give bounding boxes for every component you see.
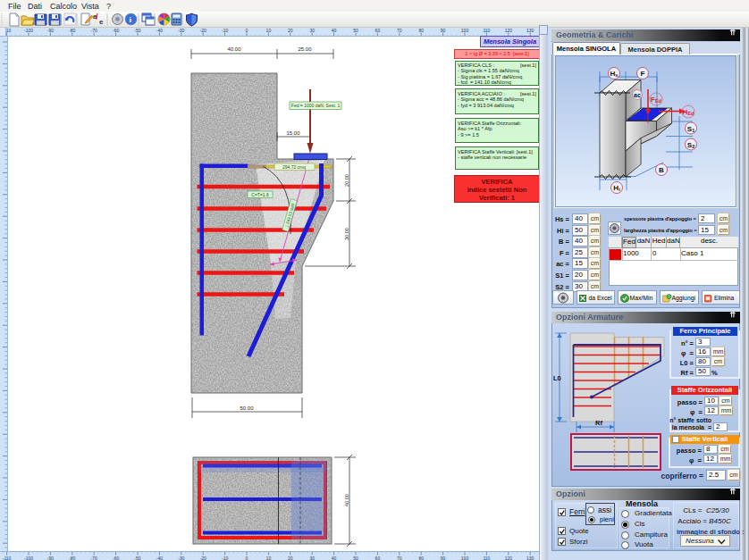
svg-text:20.00: 20.00 — [344, 174, 349, 187]
svg-text:-20: -20 — [200, 28, 206, 33]
svg-text:-100: -100 — [24, 556, 33, 560]
svg-text:-20: -20 — [200, 556, 206, 560]
svg-text:50.00: 50.00 — [240, 405, 254, 411]
svg-text:60: 60 — [375, 556, 381, 560]
svg-text:25.00: 25.00 — [298, 46, 312, 52]
svg-text:-30: -30 — [178, 28, 184, 33]
svg-text:-10: -10 — [222, 28, 228, 33]
svg-text:Fed = 1000 daN, Sest. 1: Fed = 1000 daN, Sest. 1 — [291, 103, 341, 108]
svg-text:-90: -90 — [47, 556, 54, 560]
svg-text:-80: -80 — [69, 28, 75, 33]
svg-text:110: 110 — [483, 28, 490, 33]
svg-text:-110: -110 — [3, 556, 12, 560]
svg-text:-100: -100 — [24, 28, 33, 33]
svg-text:-30: -30 — [178, 556, 184, 560]
svg-text:-70: -70 — [91, 556, 97, 560]
svg-text:90: 90 — [441, 556, 446, 560]
svg-text:120: 120 — [505, 556, 513, 560]
svg-text:C=T=1.6: C=T=1.6 — [251, 192, 269, 197]
svg-text:40.00: 40.00 — [227, 46, 241, 52]
svg-text:130: 130 — [526, 28, 534, 33]
svg-text:ac: ac — [634, 92, 641, 98]
svg-text:B: B — [659, 166, 664, 174]
svg-text:-90: -90 — [47, 28, 54, 33]
svg-text:-50: -50 — [134, 28, 140, 33]
svg-text:30: 30 — [309, 28, 315, 33]
svg-text:15.00: 15.00 — [286, 130, 300, 136]
svg-text:F: F — [641, 70, 645, 78]
svg-text:Rf: Rf — [595, 419, 602, 427]
svg-text:/: / — [96, 13, 98, 21]
svg-text:90: 90 — [441, 28, 446, 33]
svg-text:-60: -60 — [113, 28, 119, 33]
svg-text:80: 80 — [418, 556, 424, 560]
svg-text:60: 60 — [375, 28, 381, 33]
svg-text:294.72 cmq: 294.72 cmq — [282, 164, 306, 170]
svg-text:0: 0 — [246, 556, 248, 560]
svg-text:80: 80 — [418, 28, 424, 33]
svg-text:40: 40 — [332, 28, 337, 33]
svg-text:20: 20 — [288, 28, 293, 33]
svg-text:110: 110 — [483, 556, 490, 560]
svg-text:-60: -60 — [113, 556, 119, 560]
svg-text:30: 30 — [309, 556, 315, 560]
svg-text:10: 10 — [266, 28, 272, 33]
svg-text:10: 10 — [266, 556, 272, 560]
svg-text:70: 70 — [397, 28, 402, 33]
svg-text:50: 50 — [353, 28, 358, 33]
svg-text:-70: -70 — [91, 28, 97, 33]
svg-text:-10: -10 — [222, 556, 228, 560]
svg-text:-50: -50 — [134, 556, 140, 560]
svg-text:L0: L0 — [553, 374, 561, 382]
svg-text:130: 130 — [526, 556, 534, 560]
svg-text:-40: -40 — [156, 28, 163, 33]
svg-text:e: e — [99, 18, 104, 26]
svg-text:30.00: 30.00 — [344, 228, 349, 240]
svg-text:120: 120 — [505, 28, 513, 33]
svg-text:100: 100 — [461, 556, 469, 560]
svg-text:-40: -40 — [156, 556, 163, 560]
svg-text:40: 40 — [332, 556, 337, 560]
svg-text:50: 50 — [353, 556, 358, 560]
svg-text:100: 100 — [461, 28, 469, 33]
svg-text:-80: -80 — [69, 556, 75, 560]
svg-text:20: 20 — [288, 556, 293, 560]
svg-text:40.00: 40.00 — [344, 494, 349, 506]
svg-text:0: 0 — [246, 28, 248, 33]
svg-text:70: 70 — [397, 556, 402, 560]
